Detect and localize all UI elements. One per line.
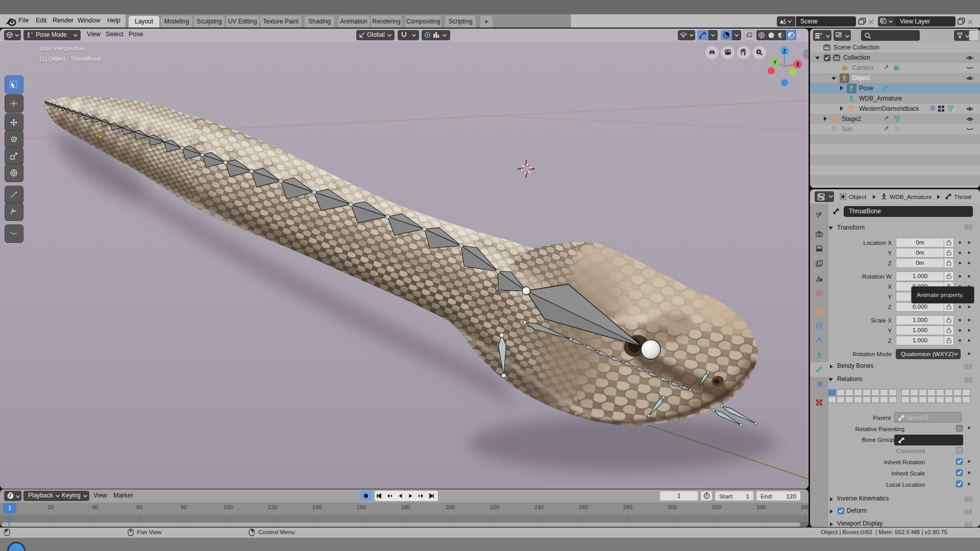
- svg-text:Y: Y: [773, 60, 777, 65]
- svg-text:X: X: [796, 62, 800, 67]
- svg-text:Z: Z: [783, 48, 786, 54]
